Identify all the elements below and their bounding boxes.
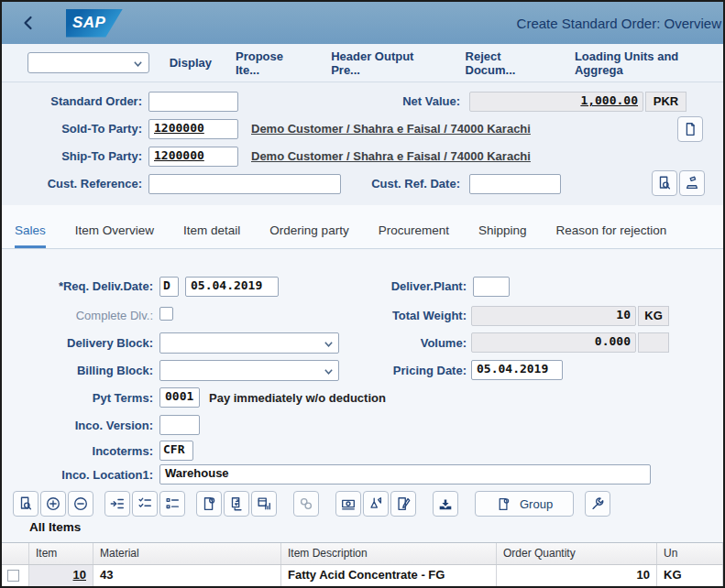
tab-reason-for-rejection[interactable]: Reason for rejection: [555, 223, 666, 248]
deliver-plant-input[interactable]: [473, 277, 510, 297]
sold-to-input[interactable]: 1200000: [148, 119, 238, 139]
settings-button[interactable]: [585, 491, 610, 517]
inco-location-input[interactable]: Warehouse: [159, 464, 651, 485]
req-deliv-date-input[interactable]: 05.04.2019: [185, 277, 279, 297]
inbox-arrow-icon: [437, 495, 454, 512]
menubar: Display Propose Ite... Header Output Pre…: [2, 44, 723, 82]
pyt-terms-input[interactable]: 0001: [159, 387, 200, 408]
delivery-block-select[interactable]: [159, 332, 339, 354]
column-header-unit[interactable]: Un: [657, 543, 723, 564]
net-value-field: 1,000.00: [469, 92, 643, 112]
billing-block-select[interactable]: [159, 360, 339, 381]
sold-to-description[interactable]: Demo Customer / Shahra e Faisal / 74000 …: [251, 122, 531, 136]
unit-cell[interactable]: KG: [657, 565, 723, 586]
fast-entry-button[interactable]: [433, 491, 458, 517]
chevron-down-icon: [133, 59, 143, 69]
total-weight-label: Total Weight:: [318, 309, 467, 322]
ship-to-description[interactable]: Demo Customer / Shahra e Faisal / 74000 …: [251, 149, 531, 163]
total-weight-field: 10: [471, 306, 636, 326]
document-clock-icon: [201, 495, 217, 512]
sap-create-standard-order-window: SAP Create Standard Order: Overview Disp…: [0, 0, 725, 588]
sold-to-label: Sold-To Party:: [2, 122, 142, 136]
select-all-column-header[interactable]: [2, 543, 29, 564]
back-button[interactable]: [15, 9, 42, 37]
cust-ref-date-label: Cust. Ref. Date:: [318, 177, 460, 191]
tab-item-detail[interactable]: Item detail: [183, 223, 240, 248]
item-list-button[interactable]: [159, 491, 185, 517]
inco-version-label: Inco. Version:: [2, 419, 153, 432]
column-header-material[interactable]: Material: [93, 543, 281, 564]
order-quantity-cell[interactable]: 10: [497, 565, 657, 586]
layout-dropdown[interactable]: [27, 52, 149, 73]
insert-row-icon: [109, 495, 126, 512]
incoterms-input[interactable]: CFR: [159, 441, 193, 461]
chevron-left-icon: [21, 16, 36, 30]
complete-dlv-checkbox[interactable]: [159, 307, 173, 321]
item-cell[interactable]: 10: [29, 565, 93, 586]
menu-item-propose-items[interactable]: Propose Ite...: [236, 49, 307, 77]
row-select-cell[interactable]: [2, 565, 29, 586]
minus-circle-icon: [72, 495, 89, 512]
column-header-item[interactable]: Item: [29, 543, 93, 564]
cust-reference-label: Cust. Reference:: [2, 177, 142, 191]
currency-field: PKR: [645, 92, 687, 112]
menu-item-loading-units[interactable]: Loading Units and Aggrega: [575, 49, 723, 77]
remove-item-button[interactable]: [68, 491, 93, 517]
pricing-button[interactable]: [335, 491, 361, 517]
link-button[interactable]: [293, 491, 319, 517]
volume-unit-field: [638, 332, 669, 353]
all-items-label: All Items: [29, 520, 81, 534]
insert-row-button[interactable]: [104, 491, 130, 517]
tabstrip: Sales Item Overview Item detail Ordering…: [2, 205, 723, 249]
row-checkbox[interactable]: [7, 570, 19, 582]
select-items-button[interactable]: [132, 491, 158, 517]
menu-item-display[interactable]: Display: [170, 56, 212, 70]
search-document-button[interactable]: [652, 170, 677, 196]
group-icon: [496, 496, 511, 512]
ship-to-input[interactable]: 1200000: [148, 147, 238, 167]
edit-document-button[interactable]: [390, 491, 416, 517]
items-table-header: Item Material Item Description Order Qua…: [2, 543, 723, 565]
add-item-button[interactable]: [40, 491, 66, 517]
menu-item-reject-document[interactable]: Reject Docum...: [466, 49, 551, 77]
cust-ref-date-input[interactable]: [469, 174, 561, 194]
sap-logo: SAP: [66, 9, 123, 38]
document-transfer-icon: [228, 495, 245, 512]
item-detail-icon: [17, 495, 34, 512]
propose-items-button[interactable]: [196, 491, 222, 517]
tab-ordering-party[interactable]: Ordering party: [269, 223, 348, 248]
sales-tab-panel: *Req. Deliv.Date: D 05.04.2019 Deliver.P…: [2, 249, 723, 488]
display-document-button[interactable]: [677, 116, 703, 142]
pyt-terms-description: Pay immediately w/o deduction: [209, 391, 386, 405]
table-row[interactable]: 10 43 Fatty Acid Concentrate - FG 10 KG: [2, 565, 723, 586]
item-detail-button[interactable]: [13, 491, 38, 517]
calendar-chart-icon: [256, 495, 272, 512]
configuration-button[interactable]: [363, 491, 389, 517]
document-icon: [682, 121, 698, 137]
ship-to-label: Ship-To Party:: [2, 149, 142, 163]
copy-items-button[interactable]: [224, 491, 249, 517]
req-deliv-date-type-input[interactable]: D: [159, 277, 179, 297]
material-cell[interactable]: 43: [93, 565, 281, 586]
inco-location-label: Inco. Location1:: [2, 468, 153, 482]
stamp-button[interactable]: [679, 170, 705, 196]
menu-item-header-output[interactable]: Header Output Pre...: [331, 49, 441, 77]
inco-version-input[interactable]: [159, 415, 200, 435]
tab-shipping[interactable]: Shipping: [478, 223, 527, 248]
cust-reference-input[interactable]: [148, 174, 341, 194]
tab-procurement[interactable]: Procurement: [379, 223, 449, 248]
tab-item-overview[interactable]: Item Overview: [75, 223, 154, 248]
description-cell[interactable]: Fatty Acid Concentrate - FG: [281, 565, 497, 586]
pricing-date-input[interactable]: 05.04.2019: [471, 360, 563, 380]
group-button[interactable]: Group: [475, 491, 574, 517]
standard-order-input[interactable]: [148, 92, 238, 112]
page-title: Create Standard Order: Overview: [517, 16, 721, 31]
order-header-form: Standard Order: Net Value: 1,000.00 PKR …: [2, 82, 723, 205]
document-search-icon: [656, 175, 673, 191]
column-header-order-quantity[interactable]: Order Quantity: [497, 543, 657, 564]
schedule-lines-button[interactable]: [251, 491, 277, 517]
volume-label: Volume:: [318, 336, 467, 350]
column-header-description[interactable]: Item Description: [281, 543, 497, 564]
tab-sales[interactable]: Sales: [15, 223, 46, 248]
bullet-list-icon: [164, 495, 181, 512]
